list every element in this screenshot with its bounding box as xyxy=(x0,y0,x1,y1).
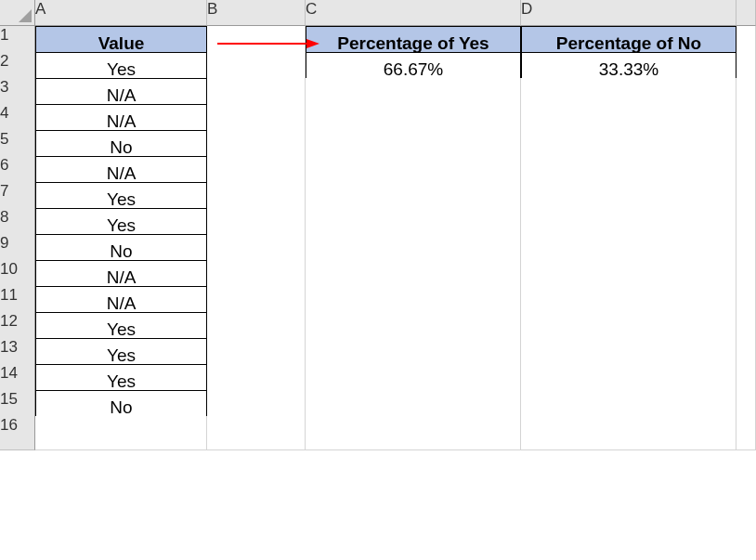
spreadsheet-grid: A B C D 1 Value Percentage of Yes Percen… xyxy=(0,0,756,442)
cell-edge-16 xyxy=(736,416,756,450)
cell-C16[interactable] xyxy=(306,416,521,450)
col-header-B[interactable]: B xyxy=(207,0,306,26)
cell-D16[interactable] xyxy=(521,416,736,450)
row-header-16[interactable]: 16 xyxy=(0,416,35,450)
cell-A16[interactable] xyxy=(35,416,207,450)
col-header-C[interactable]: C xyxy=(306,0,521,26)
cell-B16[interactable] xyxy=(207,416,306,450)
col-header-A[interactable]: A xyxy=(35,0,207,26)
select-all-corner[interactable] xyxy=(0,0,35,26)
col-header-edge xyxy=(736,0,756,26)
col-header-D[interactable]: D xyxy=(521,0,736,26)
